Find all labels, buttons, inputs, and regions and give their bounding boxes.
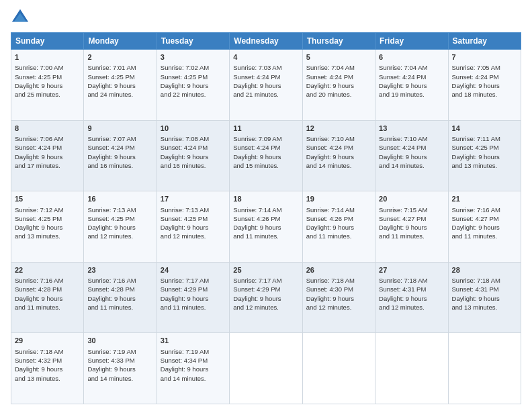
day-info-line: and 12 minutes. <box>233 303 298 312</box>
day-info-line: and 12 minutes. <box>161 232 226 240</box>
day-info-line: Sunset: 4:25 PM <box>87 73 152 81</box>
day-info-line: Sunset: 4:25 PM <box>452 143 517 152</box>
week-row-4: 22Sunrise: 7:16 AMSunset: 4:28 PMDayligh… <box>11 262 521 333</box>
day-info-line: Sunrise: 7:18 AM <box>306 276 371 285</box>
day-info-line: and 15 minutes. <box>233 161 298 170</box>
day-number: 22 <box>15 265 80 275</box>
header-cell-monday: Monday <box>84 33 157 50</box>
day-cell: 6Sunrise: 7:04 AMSunset: 4:24 PMDaylight… <box>375 50 448 121</box>
day-cell: 18Sunrise: 7:14 AMSunset: 4:26 PMDayligh… <box>230 191 302 263</box>
day-info-line: Sunrise: 7:03 AM <box>233 63 298 72</box>
week-row-2: 8Sunrise: 7:06 AMSunset: 4:24 PMDaylight… <box>11 120 521 191</box>
day-number: 29 <box>15 336 80 346</box>
day-info-line: Daylight: 9 hours <box>233 81 298 90</box>
day-cell: 21Sunrise: 7:16 AMSunset: 4:27 PMDayligh… <box>448 191 521 263</box>
day-cell: 23Sunrise: 7:16 AMSunset: 4:28 PMDayligh… <box>84 262 157 333</box>
week-row-5: 29Sunrise: 7:18 AMSunset: 4:32 PMDayligh… <box>11 333 521 404</box>
day-info-line: and 17 minutes. <box>15 161 80 170</box>
day-number: 19 <box>306 194 371 204</box>
day-info-line: Sunset: 4:25 PM <box>161 73 226 81</box>
day-info-line: Daylight: 9 hours <box>306 81 371 90</box>
day-number: 21 <box>452 194 517 204</box>
logo-icon <box>11 8 30 27</box>
day-info-line: Daylight: 9 hours <box>161 81 226 90</box>
day-cell: 29Sunrise: 7:18 AMSunset: 4:32 PMDayligh… <box>11 333 84 404</box>
day-number: 16 <box>87 194 152 204</box>
day-info-line: and 11 minutes. <box>452 232 517 240</box>
day-info-line: Daylight: 9 hours <box>87 365 152 373</box>
day-info-line: and 13 minutes. <box>15 232 80 240</box>
day-info-line: Sunset: 4:24 PM <box>15 143 80 152</box>
day-number: 13 <box>379 124 444 134</box>
day-info-line: and 11 minutes. <box>233 232 298 240</box>
day-info-line: Sunset: 4:24 PM <box>233 73 298 81</box>
day-info-line: Sunrise: 7:18 AM <box>15 347 80 356</box>
day-info-line: and 14 minutes. <box>87 374 152 383</box>
day-info-line: and 11 minutes. <box>306 232 371 240</box>
day-number: 15 <box>15 194 80 204</box>
day-info-line: Daylight: 9 hours <box>87 152 152 161</box>
day-info-line: Sunrise: 7:14 AM <box>233 205 298 214</box>
day-info-line: Daylight: 9 hours <box>452 81 517 90</box>
day-number: 7 <box>452 52 517 62</box>
day-info-line: Sunset: 4:29 PM <box>161 285 226 293</box>
day-info-line: Sunrise: 7:19 AM <box>87 347 152 356</box>
day-info-line: Daylight: 9 hours <box>87 223 152 232</box>
header-row: SundayMondayTuesdayWednesdayThursdayFrid… <box>11 33 521 50</box>
day-cell: 9Sunrise: 7:07 AMSunset: 4:24 PMDaylight… <box>84 120 157 191</box>
day-info-line: Sunrise: 7:04 AM <box>306 63 371 72</box>
day-info-line: Sunrise: 7:10 AM <box>379 134 444 143</box>
day-info-line: Sunset: 4:25 PM <box>87 214 152 223</box>
day-info-line: Daylight: 9 hours <box>233 223 298 232</box>
day-info-line: and 24 minutes. <box>87 90 152 99</box>
day-info-line: Sunset: 4:26 PM <box>306 214 371 223</box>
day-info-line: Sunset: 4:24 PM <box>452 73 517 81</box>
day-info-line: Sunset: 4:24 PM <box>306 143 371 152</box>
day-info-line: and 11 minutes. <box>379 232 444 240</box>
day-info-line: Daylight: 9 hours <box>87 294 152 303</box>
day-cell: 31Sunrise: 7:19 AMSunset: 4:34 PMDayligh… <box>157 333 229 404</box>
day-cell: 7Sunrise: 7:05 AMSunset: 4:24 PMDaylight… <box>448 50 521 121</box>
page: SundayMondayTuesdayWednesdayThursdayFrid… <box>0 0 532 411</box>
day-cell: 25Sunrise: 7:17 AMSunset: 4:29 PMDayligh… <box>230 262 302 333</box>
day-cell: 17Sunrise: 7:13 AMSunset: 4:25 PMDayligh… <box>157 191 229 263</box>
day-number: 4 <box>233 52 298 62</box>
day-info-line: and 16 minutes. <box>161 161 226 170</box>
header <box>11 8 521 27</box>
day-info-line: and 14 minutes. <box>379 161 444 170</box>
day-number: 26 <box>306 265 371 275</box>
day-info-line: Daylight: 9 hours <box>161 365 226 373</box>
day-number: 9 <box>87 124 152 134</box>
day-info-line: Sunrise: 7:15 AM <box>379 205 444 214</box>
day-info-line: Sunset: 4:28 PM <box>87 285 152 293</box>
day-info-line: Daylight: 9 hours <box>306 152 371 161</box>
day-info-line: Sunrise: 7:18 AM <box>452 276 517 285</box>
header-cell-friday: Friday <box>375 33 448 50</box>
calendar-table: SundayMondayTuesdayWednesdayThursdayFrid… <box>11 32 521 404</box>
day-info-line: Sunrise: 7:08 AM <box>161 134 226 143</box>
day-number: 3 <box>161 52 226 62</box>
day-info-line: Sunrise: 7:09 AM <box>233 134 298 143</box>
day-info-line: Sunset: 4:28 PM <box>15 285 80 293</box>
day-cell: 30Sunrise: 7:19 AMSunset: 4:33 PMDayligh… <box>84 333 157 404</box>
day-info-line: and 12 minutes. <box>379 303 444 312</box>
day-info-line: Daylight: 9 hours <box>379 152 444 161</box>
day-info-line: Daylight: 9 hours <box>379 81 444 90</box>
day-cell: 26Sunrise: 7:18 AMSunset: 4:30 PMDayligh… <box>302 262 375 333</box>
header-cell-tuesday: Tuesday <box>157 33 229 50</box>
day-cell: 14Sunrise: 7:11 AMSunset: 4:25 PMDayligh… <box>448 120 521 191</box>
day-info-line: Sunset: 4:25 PM <box>15 214 80 223</box>
day-info-line: Sunset: 4:32 PM <box>15 356 80 365</box>
day-info-line: Sunrise: 7:16 AM <box>15 276 80 285</box>
day-cell <box>302 333 375 404</box>
day-info-line: and 13 minutes. <box>452 161 517 170</box>
day-cell: 22Sunrise: 7:16 AMSunset: 4:28 PMDayligh… <box>11 262 84 333</box>
day-info-line: Sunrise: 7:04 AM <box>379 63 444 72</box>
day-number: 24 <box>161 265 226 275</box>
day-info-line: and 14 minutes. <box>161 374 226 383</box>
day-info-line: and 11 minutes. <box>161 303 226 312</box>
day-info-line: Daylight: 9 hours <box>452 152 517 161</box>
day-info-line: Daylight: 9 hours <box>306 223 371 232</box>
header-cell-wednesday: Wednesday <box>230 33 302 50</box>
day-number: 30 <box>87 336 152 346</box>
